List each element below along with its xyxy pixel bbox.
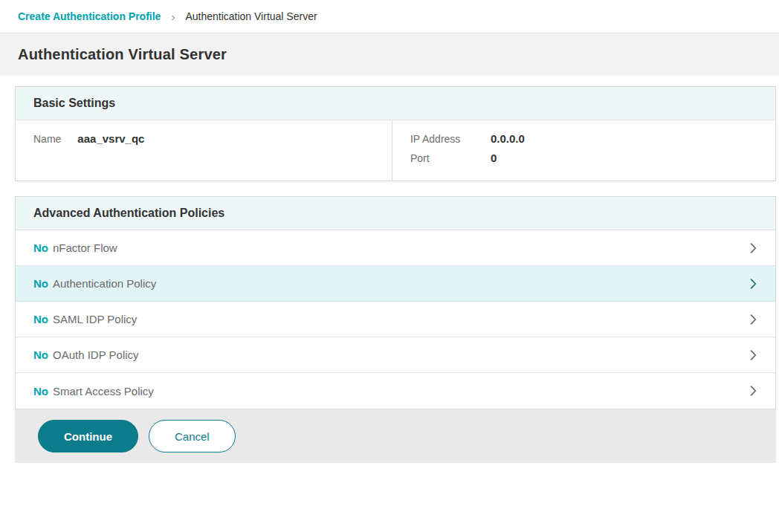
- port-value: 0: [491, 152, 757, 164]
- policy-label: nFactor Flow: [53, 241, 117, 254]
- basic-settings-header: Basic Settings: [16, 87, 775, 120]
- port-label: Port: [410, 152, 479, 164]
- policy-row-smart-access-policy[interactable]: NoSmart Access Policy: [16, 373, 775, 409]
- policy-count: No: [33, 277, 48, 290]
- footer-action-bar: Continue Cancel: [15, 409, 776, 463]
- breadcrumb: Create Authentication Profile › Authenti…: [0, 0, 779, 33]
- chevron-right-icon: [746, 241, 760, 256]
- breadcrumb-current: Authentication Virtual Server: [185, 10, 317, 22]
- policy-count: No: [33, 241, 48, 254]
- policy-row-nfactor-flow[interactable]: NonFactor Flow: [16, 230, 775, 266]
- basic-settings-card: Basic Settings Name aaa_vsrv_qc IP Addre…: [15, 86, 776, 181]
- chevron-right-icon: [746, 348, 760, 363]
- policy-label: Smart Access Policy: [53, 385, 154, 398]
- policy-label: SAML IDP Policy: [53, 313, 137, 325]
- policy-row-saml-idp-policy[interactable]: NoSAML IDP Policy: [16, 302, 775, 337]
- basic-settings-network-column: IP Address 0.0.0.0 Port 0: [392, 120, 775, 181]
- policy-row-text: NoAuthentication Policy: [33, 277, 156, 290]
- policy-row-text: NoSAML IDP Policy: [33, 313, 137, 325]
- ip-address-label: IP Address: [410, 133, 479, 145]
- policy-row-text: NoOAuth IDP Policy: [33, 348, 139, 361]
- advanced-policies-header: Advanced Authentication Policies: [16, 197, 775, 230]
- policy-row-text: NonFactor Flow: [33, 241, 117, 254]
- page-title: Authentication Virtual Server: [18, 46, 227, 63]
- policy-row-text: NoSmart Access Policy: [33, 385, 154, 398]
- advanced-authentication-policies-card: Advanced Authentication Policies NonFact…: [15, 196, 776, 409]
- policy-count: No: [33, 348, 48, 361]
- chevron-right-icon: [746, 312, 760, 327]
- chevron-right-icon: [746, 383, 760, 398]
- continue-button[interactable]: Continue: [38, 420, 138, 452]
- chevron-right-icon: [746, 276, 760, 291]
- cancel-button[interactable]: Cancel: [149, 420, 236, 452]
- basic-settings-name-column: Name aaa_vsrv_qc: [16, 120, 392, 181]
- ip-address-value: 0.0.0.0: [491, 132, 757, 145]
- policy-row-oauth-idp-policy[interactable]: NoOAuth IDP Policy: [16, 337, 775, 373]
- policy-count: No: [33, 313, 48, 325]
- policy-row-authentication-policy[interactable]: NoAuthentication Policy: [16, 266, 775, 302]
- breadcrumb-separator-icon: ›: [171, 10, 175, 23]
- page-title-bar: Authentication Virtual Server: [0, 33, 779, 76]
- policy-label: Authentication Policy: [53, 277, 156, 290]
- basic-settings-body: Name aaa_vsrv_qc IP Address 0.0.0.0 Port…: [16, 120, 775, 181]
- name-value: aaa_vsrv_qc: [77, 132, 144, 145]
- breadcrumb-link-create-authentication-profile[interactable]: Create Authentication Profile: [18, 10, 161, 22]
- name-label: Name: [33, 133, 61, 145]
- policy-count: No: [33, 385, 48, 398]
- policy-label: OAuth IDP Policy: [53, 348, 139, 361]
